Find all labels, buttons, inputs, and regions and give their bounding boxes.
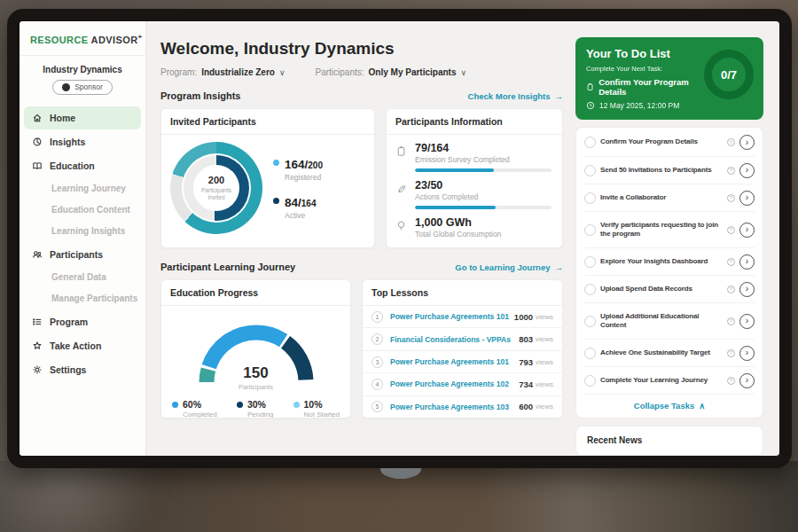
chevron-right-icon: › <box>746 256 748 266</box>
registered-total: 200 <box>308 160 323 170</box>
task-row[interactable]: Confirm Your Program Details ? › <box>584 129 755 156</box>
home-icon <box>32 113 43 123</box>
collapse-tasks-label: Collapse Tasks <box>634 401 694 411</box>
legend-pct: 10% <box>304 399 323 410</box>
chevron-down-icon: ∨ <box>279 68 286 77</box>
stat-label: Emission Survey Completed <box>415 155 552 164</box>
info-icon[interactable]: ? <box>727 286 735 293</box>
stat-emission-survey: 79/164 Emission Survey Completed <box>387 135 562 172</box>
task-row[interactable]: Invite a Collaborator ? › <box>584 184 755 211</box>
task-open-button[interactable]: › <box>739 163 755 178</box>
lesson-title-link[interactable]: Power Purchase Agreements 103 <box>390 403 519 411</box>
task-checkbox[interactable] <box>584 316 596 327</box>
task-open-button[interactable]: › <box>739 135 755 150</box>
lesson-title-link[interactable]: Financial Considerations - VPPAs <box>390 335 519 344</box>
chevron-right-icon: › <box>746 165 748 175</box>
task-checkbox[interactable] <box>584 192 596 204</box>
task-label: Send 50 Invitations to Participants <box>600 166 723 175</box>
app-logo: RESOURCE ADVISOR+ <box>20 21 145 56</box>
monitor-bezel: RESOURCE ADVISOR+ Industry Dynamics Spon… <box>7 9 792 468</box>
collapse-tasks-link[interactable]: Collapse Tasks ∧ <box>584 394 755 417</box>
task-row[interactable]: Upload Spend Data Records ? › <box>584 275 755 302</box>
lesson-title-link[interactable]: Power Purchase Agreements 101 <box>390 357 519 366</box>
lesson-views: 803 <box>519 334 533 344</box>
stat-global-consumption: 1,000 GWh Total Global Consumption <box>387 209 562 239</box>
star-action-icon <box>32 340 43 351</box>
gauge-center-value: 150 <box>190 364 323 382</box>
info-icon[interactable]: ? <box>727 258 735 266</box>
top-lessons-card: Top Lessons 1 Power Purchase Agreements … <box>362 279 563 419</box>
sidebar-item-participants[interactable]: Participants <box>24 243 141 266</box>
todo-next-task: Confirm Your Program Details <box>586 77 708 97</box>
info-icon[interactable]: ? <box>727 317 735 325</box>
go-to-learning-journey-link[interactable]: Go to Learning Journey → <box>455 262 563 272</box>
task-checkbox[interactable] <box>584 224 596 236</box>
task-checkbox[interactable] <box>584 137 596 148</box>
sidebar: RESOURCE ADVISOR+ Industry Dynamics Spon… <box>20 21 146 456</box>
task-row[interactable]: Explore Your Insights Dashboard ? › <box>584 247 755 275</box>
sidebar-item-settings[interactable]: Settings <box>24 358 141 381</box>
lesson-views: 793 <box>519 357 533 367</box>
info-icon[interactable]: ? <box>727 138 735 146</box>
sidebar-item-general-data[interactable]: General Data <box>20 267 145 288</box>
task-open-button[interactable]: › <box>739 223 755 238</box>
legend-dot <box>172 402 178 408</box>
sidebar-item-learning-insights[interactable]: Learning Insights <box>20 221 145 242</box>
task-row[interactable]: Complete Your Learning Journey ? › <box>584 366 755 394</box>
todo-task-list: Confirm Your Program Details ? › Send 50… <box>575 127 763 419</box>
active-value: 84/ <box>285 196 301 209</box>
sidebar-item-home[interactable]: Home <box>24 106 141 129</box>
sidebar-subitem-label: General Data <box>51 272 106 282</box>
gauge-center: 150 Participants <box>190 364 323 391</box>
task-row[interactable]: Verify participants requesting to join t… <box>584 211 755 247</box>
task-open-button[interactable]: › <box>739 282 755 297</box>
sidebar-item-education[interactable]: Education <box>24 154 141 177</box>
check-more-insights-link[interactable]: Check More Insights → <box>468 91 563 101</box>
participants-filter[interactable]: Participants: Only My Participants ∨ <box>316 67 467 77</box>
info-icon[interactable]: ? <box>727 226 735 234</box>
sidebar-item-take-action[interactable]: Take Action <box>24 334 141 357</box>
task-row[interactable]: Upload Additional Educational Content ? … <box>584 302 755 339</box>
task-open-button[interactable]: › <box>739 373 755 388</box>
info-icon[interactable]: ? <box>727 377 735 385</box>
lesson-views: 1000 <box>514 312 533 322</box>
card-title: Education Progress <box>161 280 350 306</box>
stat-label: Actions Completed <box>415 192 552 201</box>
info-icon[interactable]: ? <box>727 194 735 202</box>
program-filter[interactable]: Program: Industrialize Zero ∨ <box>160 67 286 77</box>
task-open-button[interactable]: › <box>739 346 755 361</box>
task-open-button[interactable]: › <box>739 191 755 206</box>
task-checkbox[interactable] <box>584 256 596 268</box>
task-label: Upload Spend Data Records <box>600 285 723 293</box>
sidebar-item-program[interactable]: Program <box>24 310 141 333</box>
task-checkbox[interactable] <box>584 165 596 176</box>
task-open-button[interactable]: › <box>739 314 755 329</box>
sidebar-item-learning-journey[interactable]: Learning Journey <box>20 178 145 200</box>
org-block: Industry Dynamics Sponsor <box>20 56 145 100</box>
sidebar-item-label: Settings <box>50 364 86 375</box>
sidebar-item-manage-participants[interactable]: Manage Participants <box>20 288 145 309</box>
task-checkbox[interactable] <box>584 375 596 387</box>
info-icon[interactable]: ? <box>727 349 735 357</box>
info-icon[interactable]: ? <box>727 167 735 175</box>
task-label: Invite a Collaborator <box>600 193 723 202</box>
link-label: Go to Learning Journey <box>455 262 550 272</box>
program-filter-value: Industrialize Zero <box>201 67 275 77</box>
lesson-rank: 2 <box>372 333 383 345</box>
chevron-right-icon: › <box>746 316 748 325</box>
lesson-rank: 5 <box>372 401 383 412</box>
task-row[interactable]: Send 50 Invitations to Participants ? › <box>584 156 755 184</box>
lesson-title-link[interactable]: Power Purchase Agreements 102 <box>390 379 519 388</box>
task-open-button[interactable]: › <box>739 254 755 270</box>
task-checkbox[interactable] <box>584 348 596 359</box>
progress-bar <box>415 168 552 172</box>
sidebar-subitem-label: Education Content <box>51 205 130 215</box>
chevron-right-icon: › <box>746 137 748 147</box>
sidebar-item-education-content[interactable]: Education Content <box>20 200 145 221</box>
participants-filter-label: Participants: <box>316 67 364 77</box>
task-row[interactable]: Achieve One Sustainability Target ? › <box>584 339 755 366</box>
sidebar-item-insights[interactable]: Insights <box>24 130 141 153</box>
lesson-title-link[interactable]: Power Purchase Agreements 101 <box>390 312 514 321</box>
legend-dot <box>273 160 279 166</box>
task-checkbox[interactable] <box>584 284 596 295</box>
